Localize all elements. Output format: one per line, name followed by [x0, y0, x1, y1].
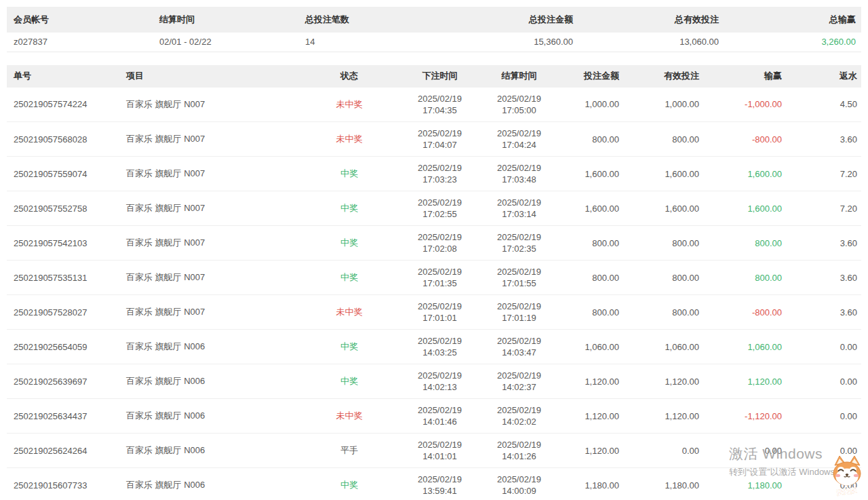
cell-settle-time: 2025/02/1917:01:55	[479, 261, 559, 295]
settle-time: 14:02:02	[479, 416, 559, 427]
cell-valid-amount: 1,120.00	[627, 364, 707, 399]
shiba-dog-icon: 汪汪汪	[826, 454, 868, 500]
cell-settle-time: 2025/02/1917:02:35	[479, 226, 559, 261]
column-header-5: 投注金额	[559, 65, 627, 88]
settle-time: 14:01:26	[479, 450, 559, 462]
cell-bet-time: 2025/02/1914:01:46	[400, 399, 479, 434]
settle-time: 17:03:14	[479, 208, 559, 220]
column-header-2: 状态	[298, 65, 400, 88]
cell-status: 中奖	[298, 157, 400, 191]
cell-valid-amount: 800.00	[627, 122, 707, 157]
cell-status: 平手	[298, 434, 400, 468]
settle-time: 17:01:55	[479, 277, 559, 289]
table-row: 250219025624264百家乐 旗舰厅 N006平手2025/02/191…	[7, 434, 861, 468]
cell-valid-amount: 1,180.00	[627, 468, 707, 500]
cell-order-no: 250219025654059	[7, 330, 119, 364]
bet-time: 17:03:23	[400, 174, 479, 185]
summary-header-3: 总投注金额	[444, 7, 580, 33]
summary-header-5: 总输赢	[726, 7, 861, 33]
cell-settle-time: 2025/02/1914:00:09	[479, 468, 559, 500]
column-header-8: 返水	[790, 65, 861, 88]
cell-win-loss: 1,600.00	[707, 157, 790, 191]
settle-date: 2025/02/19	[479, 231, 559, 243]
cell-bet-amount: 800.00	[559, 226, 627, 261]
cell-project: 百家乐 旗舰厅 N006	[119, 364, 298, 399]
cell-valid-amount: 800.00	[627, 226, 707, 261]
cell-status: 中奖	[298, 261, 400, 295]
bet-time: 17:04:07	[400, 139, 479, 151]
bet-time: 14:01:01	[400, 450, 479, 462]
cell-bet-time: 2025/02/1914:03:25	[400, 330, 479, 364]
cell-win-loss: -800.00	[707, 122, 790, 157]
bet-date: 2025/02/19	[400, 93, 479, 104]
table-row: 250219057552758百家乐 旗舰厅 N007中奖2025/02/191…	[7, 191, 861, 226]
cell-settle-time: 2025/02/1914:02:37	[479, 364, 559, 399]
cell-settle-time: 2025/02/1917:04:24	[479, 122, 559, 157]
cell-status: 未中奖	[298, 122, 400, 157]
summary-header-1: 结算时间	[153, 7, 298, 33]
bet-time: 17:02:08	[400, 243, 479, 254]
column-header-1: 项目	[119, 65, 298, 88]
cell-project: 百家乐 旗舰厅 N007	[119, 191, 298, 226]
table-row: 250219025639697百家乐 旗舰厅 N006中奖2025/02/191…	[7, 364, 861, 399]
cell-project: 百家乐 旗舰厅 N006	[119, 330, 298, 364]
summary-value-total_bet: 15,360.00	[444, 33, 580, 52]
summary-value-member: z027837	[7, 33, 153, 52]
cell-status: 中奖	[298, 226, 400, 261]
cell-win-loss: 1,180.00	[707, 468, 790, 500]
summary-value-total_valid: 13,060.00	[580, 33, 726, 52]
settle-date: 2025/02/19	[479, 301, 559, 312]
bet-date: 2025/02/19	[400, 404, 479, 416]
cell-status: 未中奖	[298, 399, 400, 434]
bet-time: 17:02:55	[400, 208, 479, 220]
bet-date: 2025/02/19	[400, 439, 479, 450]
column-header-0: 单号	[7, 65, 119, 88]
cell-settle-time: 2025/02/1917:03:14	[479, 191, 559, 226]
cell-bet-amount: 1,060.00	[559, 330, 627, 364]
cell-project: 百家乐 旗舰厅 N006	[119, 468, 298, 500]
cell-settle-time: 2025/02/1914:03:47	[479, 330, 559, 364]
cell-settle-time: 2025/02/1914:02:02	[479, 399, 559, 434]
table-row: 250219025654059百家乐 旗舰厅 N006中奖2025/02/191…	[7, 330, 861, 364]
settle-date: 2025/02/19	[479, 266, 559, 277]
settle-date: 2025/02/19	[479, 335, 559, 347]
settle-date: 2025/02/19	[479, 439, 559, 450]
cell-rebate: 7.20	[790, 157, 861, 191]
cell-settle-time: 2025/02/1917:03:48	[479, 157, 559, 191]
cell-win-loss: 800.00	[707, 226, 790, 261]
settle-date: 2025/02/19	[479, 404, 559, 416]
cell-bet-amount: 1,000.00	[559, 88, 627, 122]
summary-header-row: 会员帐号结算时间总投注笔数总投注金额总有效投注总输赢	[7, 7, 861, 33]
cell-status: 中奖	[298, 191, 400, 226]
cell-bet-time: 2025/02/1917:01:01	[400, 295, 479, 330]
cell-project: 百家乐 旗舰厅 N007	[119, 261, 298, 295]
bet-date: 2025/02/19	[400, 370, 479, 381]
column-header-3: 下注时间	[400, 65, 479, 88]
cell-bet-amount: 800.00	[559, 261, 627, 295]
summary-value-count: 14	[298, 33, 444, 52]
summary-value-period: 02/01 - 02/22	[153, 33, 298, 52]
cell-order-no: 250219057568028	[7, 122, 119, 157]
bet-date: 2025/02/19	[400, 128, 479, 139]
table-row: 250219025634437百家乐 旗舰厅 N006未中奖2025/02/19…	[7, 399, 861, 434]
cell-order-no: 250219057574224	[7, 88, 119, 122]
bets-table-body: 250219057574224百家乐 旗舰厅 N007未中奖2025/02/19…	[7, 88, 861, 500]
table-row: 250219057535131百家乐 旗舰厅 N007中奖2025/02/191…	[7, 261, 861, 295]
shiba-mascot[interactable]: 汪汪汪	[826, 454, 868, 500]
settle-date: 2025/02/19	[479, 128, 559, 139]
cell-bet-amount: 1,120.00	[559, 434, 627, 468]
summary-header-2: 总投注笔数	[298, 7, 444, 33]
summary-header-0: 会员帐号	[7, 7, 153, 33]
betting-records-page: 会员帐号结算时间总投注笔数总投注金额总有效投注总输赢 z02783702/01 …	[0, 0, 868, 500]
cell-valid-amount: 1,120.00	[627, 399, 707, 434]
bet-time: 17:01:35	[400, 277, 479, 289]
cell-order-no: 250219057552758	[7, 191, 119, 226]
cell-valid-amount: 0.00	[627, 434, 707, 468]
bet-date: 2025/02/19	[400, 197, 479, 208]
cell-win-loss: 1,060.00	[707, 330, 790, 364]
bet-date: 2025/02/19	[400, 231, 479, 243]
cell-rebate: 3.60	[790, 295, 861, 330]
cell-bet-amount: 1,600.00	[559, 157, 627, 191]
bet-time: 17:04:35	[400, 104, 479, 116]
settle-time: 14:03:47	[479, 347, 559, 358]
